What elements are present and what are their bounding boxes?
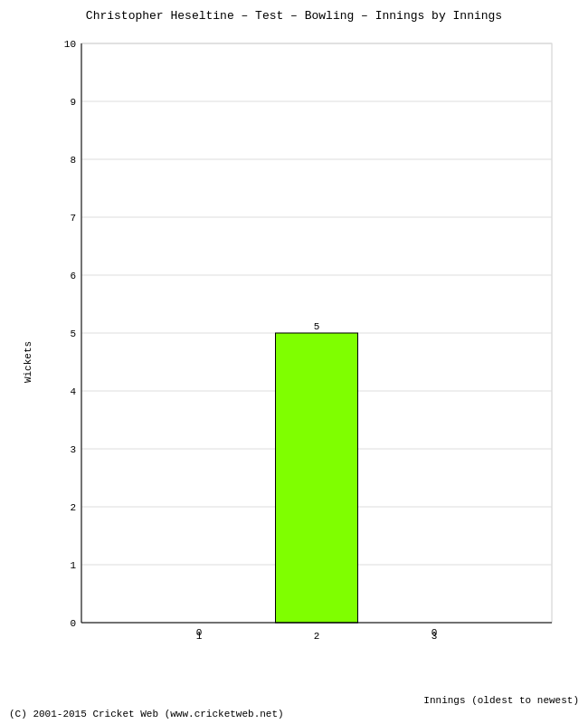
svg-text:10: 10 bbox=[64, 39, 76, 50]
svg-text:5: 5 bbox=[70, 329, 76, 339]
chart-title: Christopher Heseltine – Test – Bowling –… bbox=[9, 9, 579, 23]
svg-text:3: 3 bbox=[432, 631, 438, 642]
svg-text:1: 1 bbox=[70, 560, 76, 571]
chart-container: Christopher Heseltine – Test – Bowling –… bbox=[0, 0, 588, 724]
svg-text:9: 9 bbox=[70, 97, 76, 108]
svg-text:1: 1 bbox=[196, 631, 203, 642]
chart-area: 012345678910015203 bbox=[50, 30, 570, 654]
svg-rect-25 bbox=[276, 333, 358, 623]
x-axis-label: Innings (oldest to newest) bbox=[423, 695, 579, 706]
svg-text:8: 8 bbox=[70, 155, 76, 166]
chart-svg: 012345678910015203 bbox=[50, 30, 570, 654]
svg-text:2: 2 bbox=[70, 502, 76, 513]
svg-text:6: 6 bbox=[70, 271, 76, 281]
svg-text:4: 4 bbox=[70, 386, 76, 397]
y-axis-label: Wickets bbox=[23, 341, 33, 383]
svg-text:3: 3 bbox=[70, 444, 76, 455]
svg-text:0: 0 bbox=[70, 618, 76, 629]
svg-text:7: 7 bbox=[70, 213, 76, 224]
copyright: (C) 2001-2015 Cricket Web (www.cricketwe… bbox=[9, 709, 284, 719]
svg-text:5: 5 bbox=[314, 321, 320, 332]
svg-text:2: 2 bbox=[314, 631, 320, 642]
